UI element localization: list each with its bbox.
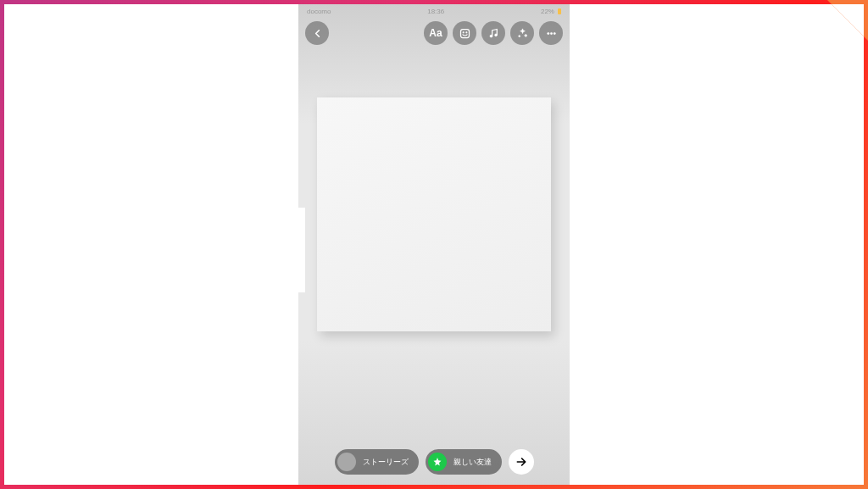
effects-button[interactable] xyxy=(510,21,534,45)
svg-point-4 xyxy=(494,34,497,36)
svg-point-2 xyxy=(465,31,467,33)
svg-point-6 xyxy=(550,32,552,34)
close-friends-badge xyxy=(428,453,447,471)
stories-label: ストーリーズ xyxy=(363,457,409,468)
time-label: 18:36 xyxy=(427,8,444,15)
battery-label: 22% xyxy=(541,8,554,15)
battery-icon xyxy=(558,8,561,14)
story-canvas[interactable] xyxy=(317,97,551,331)
chevron-left-icon xyxy=(311,27,324,40)
svg-point-5 xyxy=(547,32,548,34)
svg-point-1 xyxy=(462,31,464,33)
stories-button[interactable]: ストーリーズ xyxy=(335,449,419,475)
svg-point-7 xyxy=(554,32,555,34)
phone-screen: docomo 18:36 22% Aa xyxy=(298,4,570,485)
text-tool-button[interactable]: Aa xyxy=(424,21,448,45)
carrier-label: docomo xyxy=(307,8,331,15)
svg-rect-0 xyxy=(460,29,469,37)
bottom-bar: ストーリーズ 親しい友達 xyxy=(298,449,570,475)
text-icon: Aa xyxy=(429,27,442,39)
avatar xyxy=(337,453,356,471)
overlay-right xyxy=(605,208,749,292)
close-friends-button[interactable]: 親しい友達 xyxy=(426,449,502,475)
story-toolbar: Aa xyxy=(298,18,570,48)
sticker-button[interactable] xyxy=(453,21,476,45)
back-button[interactable] xyxy=(305,21,329,45)
more-icon xyxy=(545,27,558,40)
more-button[interactable] xyxy=(539,21,563,45)
close-friends-label: 親しい友達 xyxy=(453,457,492,468)
star-icon xyxy=(432,457,442,467)
arrow-right-icon xyxy=(515,455,528,469)
corner-fold xyxy=(827,0,868,41)
sparkle-icon xyxy=(516,27,529,40)
sticker-icon xyxy=(459,27,471,40)
svg-point-3 xyxy=(490,35,492,37)
music-icon xyxy=(487,27,500,40)
overlay-left xyxy=(165,208,305,292)
send-button[interactable] xyxy=(509,449,534,475)
status-bar: docomo 18:36 22% xyxy=(298,4,570,18)
music-button[interactable] xyxy=(481,21,505,45)
